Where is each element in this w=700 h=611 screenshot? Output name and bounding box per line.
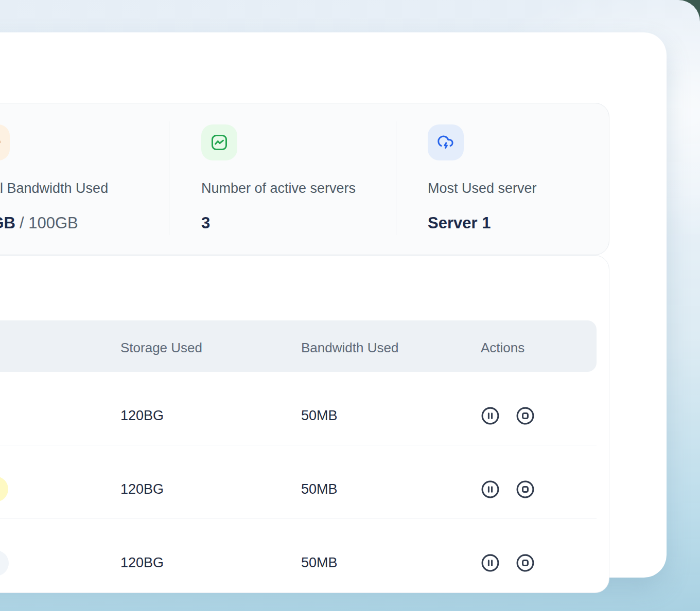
stop-button[interactable] bbox=[516, 406, 535, 425]
column-header-actions: Actions bbox=[481, 340, 597, 356]
stat-value-main: Server 1 bbox=[428, 214, 491, 232]
stat-icon-tile bbox=[0, 124, 10, 160]
stat-value-main: 80GB bbox=[0, 214, 15, 232]
stat-label: Most Used server bbox=[428, 179, 613, 197]
stat-label: Number of active servers bbox=[201, 179, 387, 197]
stat-value-suffix: / 100GB bbox=[20, 214, 78, 232]
stats-divider bbox=[396, 121, 396, 235]
status-badge: Paused bbox=[0, 476, 8, 502]
column-header-storage: Storage Used bbox=[120, 340, 301, 356]
actions-cell bbox=[481, 480, 597, 499]
storage-used-cell: 120BG bbox=[120, 408, 301, 424]
pause-icon bbox=[481, 406, 500, 425]
stats-divider bbox=[169, 121, 169, 235]
stat-value: Server 1 bbox=[428, 213, 613, 233]
stat-icon-tile bbox=[428, 124, 464, 160]
stop-icon bbox=[516, 553, 535, 572]
column-header-bandwidth: Bandwidth Used bbox=[301, 340, 481, 356]
stat-value: 80GB/ 100GB bbox=[0, 213, 159, 233]
pause-button[interactable] bbox=[481, 553, 500, 572]
storage-used-cell: 120BG bbox=[120, 555, 301, 571]
status-badge: Inactive bbox=[0, 550, 9, 576]
stat-card-most-used: Most Used server Server 1 bbox=[428, 124, 613, 233]
actions-cell bbox=[481, 553, 597, 572]
bandwidth-used-cell: 50MB bbox=[301, 408, 481, 424]
stats-panel: Total Bandwidth Used 80GB/ 100GB Number … bbox=[0, 103, 609, 255]
stat-value-main: 3 bbox=[201, 214, 210, 232]
stop-icon bbox=[516, 406, 535, 425]
stat-value: 3 bbox=[201, 213, 387, 233]
table-row: Paused 120BG 50MB bbox=[0, 445, 597, 519]
cloud-lightning-icon bbox=[436, 133, 455, 152]
bandwidth-used-cell: 50MB bbox=[301, 481, 481, 497]
stat-card-active-servers: Number of active servers 3 bbox=[201, 124, 387, 233]
pie-chart-icon bbox=[0, 133, 1, 152]
servers-table: Status Storage Used Bandwidth Used Actio… bbox=[0, 255, 609, 593]
table-header-row: Status Storage Used Bandwidth Used Actio… bbox=[0, 320, 597, 372]
stop-button[interactable] bbox=[516, 480, 535, 499]
table-row: Inactive 120BG 50MB bbox=[0, 519, 597, 592]
stat-card-bandwidth: Total Bandwidth Used 80GB/ 100GB bbox=[0, 124, 159, 233]
column-header-status: Status bbox=[0, 340, 120, 356]
dashboard-card: Total Bandwidth Used 80GB/ 100GB Number … bbox=[0, 32, 667, 578]
stop-icon bbox=[516, 480, 535, 499]
actions-cell bbox=[481, 406, 597, 425]
pause-button[interactable] bbox=[481, 480, 500, 499]
stop-button[interactable] bbox=[516, 553, 535, 572]
storage-used-cell: 120BG bbox=[120, 481, 301, 497]
bandwidth-used-cell: 50MB bbox=[301, 555, 481, 571]
pause-icon bbox=[481, 553, 500, 572]
pause-icon bbox=[481, 480, 500, 499]
chart-activity-icon bbox=[210, 133, 229, 152]
table-row: Active 120BG 50MB bbox=[0, 372, 597, 445]
stat-icon-tile bbox=[201, 124, 237, 160]
stat-label: Total Bandwidth Used bbox=[0, 179, 159, 197]
pause-button[interactable] bbox=[481, 406, 500, 425]
